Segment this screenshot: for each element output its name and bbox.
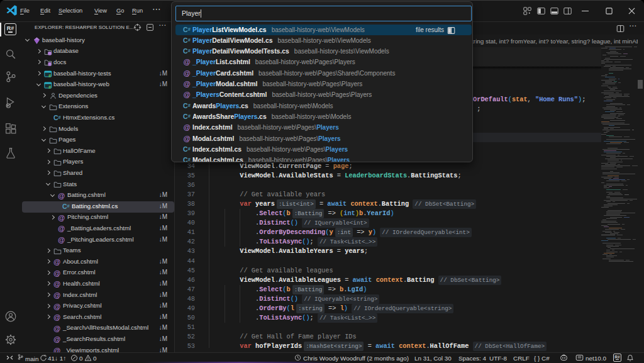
svg-text:#: #: [48, 84, 51, 89]
svg-text:#: #: [48, 73, 51, 78]
